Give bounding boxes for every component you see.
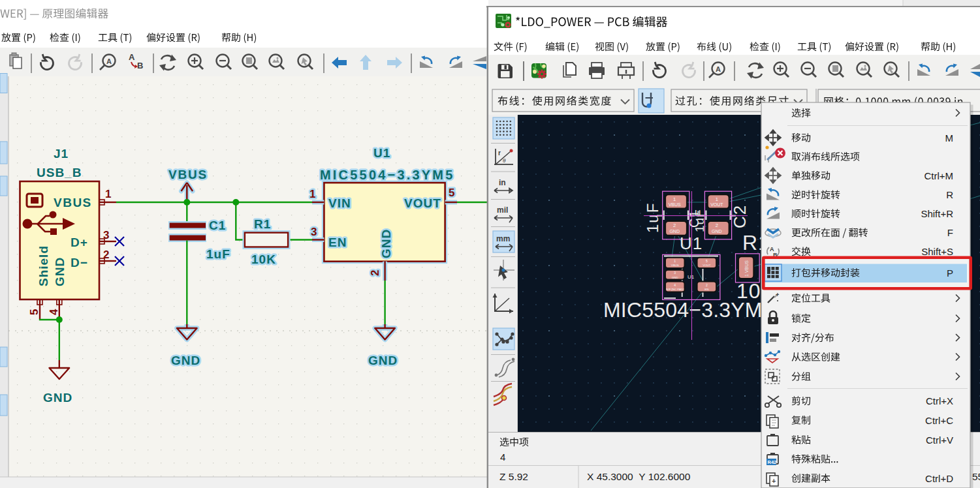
svg-text:R42: R42 <box>768 459 777 465</box>
svg-text:2: 2 <box>673 222 676 228</box>
svg-text:1uF: 1uF <box>693 209 706 232</box>
svg-text:D+: D+ <box>71 236 88 249</box>
svg-text:3: 3 <box>103 229 109 241</box>
svg-text:A: A <box>129 52 135 62</box>
svg-text:Shield: Shield <box>37 245 50 286</box>
svg-text:VBUS: VBUS <box>168 168 208 181</box>
svg-text:VIN: VIN <box>328 196 351 210</box>
svg-text:VBUS: VBUS <box>669 202 681 207</box>
svg-text:1: 1 <box>309 188 316 200</box>
svg-text:mil: mil <box>497 206 508 215</box>
svg-text:3: 3 <box>674 271 676 275</box>
svg-text:θ: θ <box>503 157 506 164</box>
svg-text:VBUS: VBUS <box>54 196 92 209</box>
svg-text:MIC5504−3.3YM5: MIC5504−3.3YM5 <box>320 168 455 182</box>
svg-text:J1: J1 <box>54 147 69 160</box>
svg-text:EN: EN <box>704 288 708 291</box>
svg-text:2: 2 <box>706 283 708 287</box>
svg-text:5: 5 <box>449 187 455 199</box>
svg-text:4: 4 <box>674 283 676 287</box>
svg-text:1: 1 <box>673 196 676 202</box>
svg-text:5: 5 <box>706 259 708 263</box>
svg-text:r: r <box>498 149 501 157</box>
svg-text:VBUS: VBUS <box>671 264 679 267</box>
svg-text:VOUT: VOUT <box>404 196 441 210</box>
svg-text:4: 4 <box>48 309 60 315</box>
svg-text:U1: U1 <box>688 274 695 280</box>
svg-text:GND: GND <box>43 391 72 404</box>
svg-text:A: A <box>106 57 112 65</box>
svg-text:Ctrl+D: Ctrl+D <box>925 473 953 484</box>
svg-text:M: M <box>945 132 954 144</box>
svg-text:Ctrl+M: Ctrl+M <box>924 170 953 181</box>
svg-text:GND: GND <box>712 229 722 234</box>
svg-text:1: 1 <box>674 259 676 263</box>
svg-text:A: A <box>716 65 721 73</box>
svg-text:Ctrl+X: Ctrl+X <box>926 395 953 406</box>
svg-text:1uF: 1uF <box>206 247 230 261</box>
svg-text:GND: GND <box>672 276 678 279</box>
svg-text:10K: 10K <box>251 252 276 266</box>
svg-text:F: F <box>947 227 953 238</box>
svg-text:5: 5 <box>28 309 40 315</box>
svg-text:R1: R1 <box>254 217 271 231</box>
svg-text:+: + <box>772 477 776 485</box>
svg-text:Ctrl+C: Ctrl+C <box>925 415 953 426</box>
svg-text:GND: GND <box>53 257 67 286</box>
svg-text:55: 55 <box>972 471 980 482</box>
svg-text:R: R <box>946 189 953 200</box>
svg-text:2: 2 <box>716 222 718 228</box>
svg-text:D−: D− <box>71 256 88 269</box>
svg-text:X 45.3000 Y 102.6000: X 45.3000 Y 102.6000 <box>587 471 691 482</box>
svg-text:2: 2 <box>103 249 109 261</box>
svg-text:GND: GND <box>379 229 393 258</box>
svg-text:U1: U1 <box>373 146 390 160</box>
svg-text:Shift+R: Shift+R <box>921 208 953 219</box>
svg-text:USB_B: USB_B <box>37 166 82 179</box>
svg-text:2: 2 <box>369 270 381 276</box>
svg-text:Shift+S: Shift+S <box>921 246 953 257</box>
svg-text:Z 5.92: Z 5.92 <box>499 471 528 482</box>
svg-text:3: 3 <box>311 226 317 238</box>
svg-text:Ctrl+V: Ctrl+V <box>926 435 953 446</box>
svg-text:VOUT: VOUT <box>710 202 723 207</box>
svg-text:MIC5504−3.3YM5: MIC5504−3.3YM5 <box>603 298 774 322</box>
svg-text:EN: EN <box>328 236 347 249</box>
svg-text:1 VBUS: 1 VBUS <box>744 260 749 277</box>
svg-text:1: 1 <box>716 196 718 202</box>
svg-text:C1: C1 <box>209 219 226 232</box>
svg-text:VOUT: VOUT <box>703 264 711 267</box>
svg-text:B: B <box>137 61 143 70</box>
svg-text:+: + <box>776 292 779 298</box>
svg-text:GND: GND <box>171 354 200 367</box>
svg-text:in: in <box>499 178 506 187</box>
svg-text:4: 4 <box>500 451 505 463</box>
svg-text:N/F [NC PAD]: N/F [NC PAD] <box>666 288 684 291</box>
svg-text:1: 1 <box>105 188 111 200</box>
svg-text:GND: GND <box>669 229 680 234</box>
svg-text:P: P <box>947 267 953 279</box>
svg-text:1uF: 1uF <box>644 202 661 233</box>
svg-text:mm: mm <box>496 234 510 243</box>
svg-text:GND: GND <box>368 354 398 367</box>
svg-text:U1: U1 <box>680 234 703 253</box>
